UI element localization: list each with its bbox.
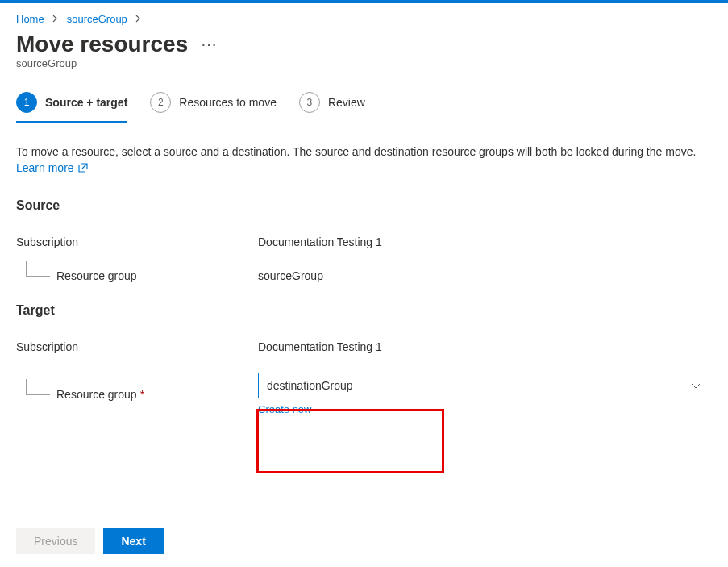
breadcrumb-home[interactable]: Home xyxy=(16,13,44,25)
breadcrumb-source-group[interactable]: sourceGroup xyxy=(67,13,127,25)
tab-label: Source + target xyxy=(45,96,127,109)
required-indicator: * xyxy=(140,388,144,401)
source-rg-row: Resource group sourceGroup xyxy=(16,268,712,284)
source-subscription-value: Documentation Testing 1 xyxy=(258,236,712,248)
intro-body: To move a resource, select a source and … xyxy=(16,145,696,158)
tab-resources-to-move[interactable]: 2 Resources to move xyxy=(150,92,277,123)
source-rg-label: Resource group xyxy=(56,269,137,282)
breadcrumb: Home sourceGroup xyxy=(16,13,712,25)
page-title: Move resources xyxy=(16,31,188,57)
target-rg-row: Resource group * destinationGroup Create… xyxy=(16,373,712,415)
target-rg-dropdown[interactable]: destinationGroup xyxy=(258,373,709,398)
target-heading: Target xyxy=(16,303,712,318)
chevron-down-icon xyxy=(691,379,701,392)
footer-actions: Previous Next xyxy=(0,515,728,567)
page-subtitle: sourceGroup xyxy=(16,57,712,69)
chevron-right-icon xyxy=(52,13,59,25)
tree-branch-icon xyxy=(26,261,50,277)
source-subscription-label: Subscription xyxy=(16,236,258,248)
target-subscription-label: Subscription xyxy=(16,340,258,353)
create-new-link[interactable]: Create new xyxy=(258,403,712,415)
target-subscription-value: Documentation Testing 1 xyxy=(258,340,712,353)
tab-review[interactable]: 3 Review xyxy=(299,92,365,123)
tab-label: Review xyxy=(328,96,365,109)
chevron-right-icon xyxy=(135,13,142,25)
next-button[interactable]: Next xyxy=(103,528,163,554)
tab-step-number: 3 xyxy=(299,92,320,113)
source-heading: Source xyxy=(16,198,712,213)
intro-text: To move a resource, select a source and … xyxy=(16,144,712,176)
wizard-tabs: 1 Source + target 2 Resources to move 3 … xyxy=(16,92,712,123)
learn-more-link[interactable]: Learn more xyxy=(16,161,88,174)
target-subscription-row: Subscription Documentation Testing 1 xyxy=(16,340,712,353)
tab-source-target[interactable]: 1 Source + target xyxy=(16,92,127,123)
tab-step-number: 2 xyxy=(150,92,171,113)
annotation-highlight xyxy=(256,409,444,473)
external-link-icon xyxy=(78,161,88,171)
more-actions-button[interactable]: ⋯ xyxy=(201,35,218,54)
target-rg-label: Resource group xyxy=(56,388,137,401)
tab-step-number: 1 xyxy=(16,92,37,113)
source-rg-value: sourceGroup xyxy=(258,269,712,282)
target-rg-selected: destinationGroup xyxy=(267,379,353,392)
tree-branch-icon xyxy=(26,379,50,395)
previous-button[interactable]: Previous xyxy=(16,528,95,554)
tab-label: Resources to move xyxy=(179,96,277,109)
source-subscription-row: Subscription Documentation Testing 1 xyxy=(16,236,712,248)
